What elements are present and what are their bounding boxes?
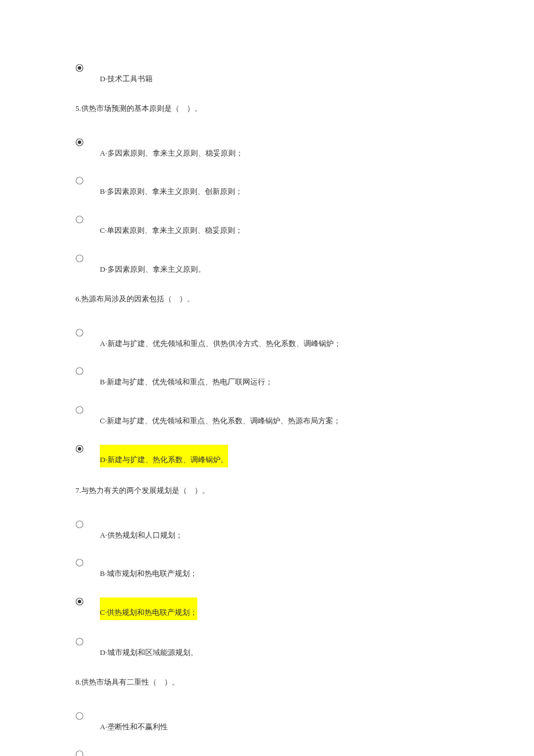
option-text: B·新建与扩建、优先领域和重点、热电厂联网运行； (100, 367, 273, 388)
radio-unselected-icon[interactable] (75, 367, 84, 375)
option-row: D·多因素原则、拿来主义原则。 (75, 254, 459, 276)
radio-selected-icon[interactable] (75, 64, 84, 72)
option-text: A·多因素原则、拿来主义原则、稳妥原则； (100, 138, 243, 160)
option-row: B·城市规划和热电联产规划； (75, 559, 459, 580)
radio-unselected-icon[interactable] (75, 254, 84, 262)
option-row: C·供热规划和热电联产规划； (75, 597, 459, 620)
svg-point-4 (76, 177, 83, 184)
radio-unselected-icon[interactable] (75, 329, 84, 337)
svg-point-16 (76, 638, 83, 645)
option-row: A·多因素原则、拿来主义原则、稳妥原则； (75, 138, 459, 160)
svg-point-12 (76, 521, 83, 528)
svg-point-11 (78, 447, 81, 451)
option-text: D·技术工具书籍 (100, 64, 153, 85)
radio-unselected-icon[interactable] (75, 638, 84, 646)
question-text: 7.与热力有关的两个发展规划是（ ）。 (75, 485, 459, 497)
option-text: A·供热规划和人口规划； (100, 520, 183, 542)
radio-unselected-icon[interactable] (75, 406, 84, 414)
option-row: D·城市规划和区域能源规划。 (75, 638, 459, 659)
option-text: C·单因素原则、拿来主义原则、稳妥原则； (100, 215, 243, 237)
question-text: 6.热源布局涉及的因素包括（ ）。 (75, 293, 459, 305)
svg-point-1 (78, 66, 81, 70)
svg-point-15 (78, 600, 81, 603)
option-text: B·多因素原则、拿来主义原则、创新原则； (100, 177, 243, 198)
radio-unselected-icon[interactable] (75, 177, 84, 185)
option-text: B·竞争性和微利性； (100, 750, 167, 756)
option-row: C·单因素原则、拿来主义原则、稳妥原则； (75, 215, 459, 237)
option-text: C·新建与扩建、优先领域和重点、热化系数、调峰锅炉、热源布局方案； (100, 406, 341, 427)
svg-point-5 (76, 216, 83, 223)
radio-unselected-icon[interactable] (75, 750, 84, 756)
option-row: D·新建与扩建、热化系数、调峰锅炉。 (75, 445, 459, 467)
radio-unselected-icon[interactable] (75, 215, 84, 224)
svg-point-6 (76, 255, 83, 262)
option-row: C·新建与扩建、优先领域和重点、热化系数、调峰锅炉、热源布局方案； (75, 406, 459, 427)
option-row: A·供热规划和人口规划； (75, 520, 459, 542)
option-text: A·垄断性和不赢利性 (100, 712, 168, 733)
question-text: 8.供热市场具有二重性（ ）。 (75, 676, 459, 689)
radio-unselected-icon[interactable] (75, 559, 84, 567)
option-row: B·多因素原则、拿来主义原则、创新原则； (75, 177, 459, 198)
radio-unselected-icon[interactable] (75, 520, 84, 528)
page-content: D·技术工具书籍 5.供热市场预测的基本原则是（ ）。A·多因素原则、拿来主义原… (0, 0, 534, 756)
option-text: C·供热规划和热电联产规划； (100, 597, 197, 620)
svg-point-17 (76, 712, 83, 719)
option-text: B·城市规划和热电联产规划； (100, 559, 197, 580)
svg-point-18 (76, 751, 83, 756)
option-text: D·城市规划和区域能源规划。 (100, 638, 198, 659)
option-text: A·新建与扩建、优先领域和重点、供热供冷方式、热化系数、调峰锅炉； (100, 329, 341, 350)
option-text: D·多因素原则、拿来主义原则。 (100, 254, 205, 276)
question-text: 5.供热市场预测的基本原则是（ ）。 (75, 103, 459, 115)
radio-selected-icon[interactable] (75, 597, 84, 606)
option-row: A·垄断性和不赢利性 (75, 712, 459, 733)
option-row: B·竞争性和微利性； (75, 750, 459, 756)
option-text: D·新建与扩建、热化系数、调峰锅炉。 (100, 445, 228, 467)
radio-unselected-icon[interactable] (75, 712, 84, 720)
option-row: D·技术工具书籍 (75, 64, 459, 85)
radio-selected-icon[interactable] (75, 445, 84, 453)
svg-point-13 (76, 559, 83, 566)
option-row: A·新建与扩建、优先领域和重点、供热供冷方式、热化系数、调峰锅炉； (75, 329, 459, 350)
svg-point-9 (76, 406, 83, 413)
radio-selected-icon[interactable] (75, 138, 84, 146)
option-row: B·新建与扩建、优先领域和重点、热电厂联网运行； (75, 367, 459, 388)
svg-point-3 (78, 141, 81, 144)
svg-point-7 (76, 329, 83, 336)
svg-point-8 (76, 368, 83, 375)
